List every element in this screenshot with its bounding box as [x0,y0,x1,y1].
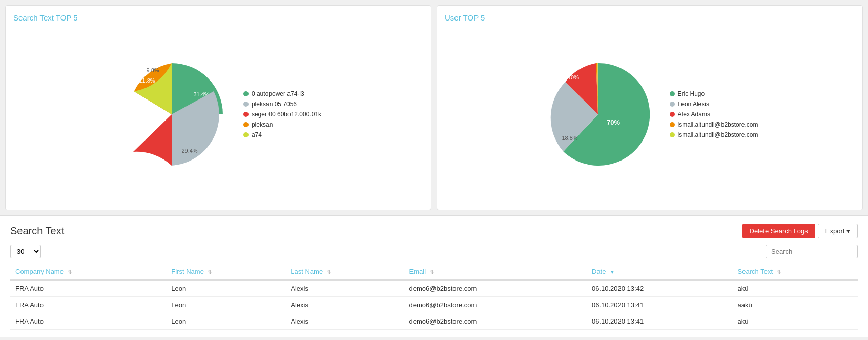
svg-text:10%: 10% [568,74,579,81]
cell-date: 06.10.2020 13:41 [587,297,733,313]
table-row: FRA AutoLeonAlexisdemo6@b2bstore.com06.1… [10,280,858,297]
chart1-legend: 0 autopower a74-l3 pleksan 05 7056 seger… [243,90,321,138]
cell-email: demo6@b2bstore.com [404,313,587,330]
svg-text:9.8%: 9.8% [146,67,159,73]
legend-label: ismail.altundil@b2bstore.com [678,131,758,138]
col-searchtext[interactable]: Search Text ⇅ [733,264,858,280]
legend-item: a74 [243,131,321,138]
cell-lastname: Alexis [285,297,404,313]
cell-company: FRA Auto [10,313,166,330]
charts-section: Search Text TOP 5 31.4% 29.4% 17.6% 11.8… [0,0,868,215]
delete-search-logs-button[interactable]: Delete Search Logs [742,224,815,238]
sort-desc-icon: ▼ [610,269,615,275]
legend-item: seger 00 60bo12.000.01k [243,111,321,118]
export-chevron-icon: ▾ [846,227,850,235]
legend-dot [243,112,249,117]
legend-label: pleksan [252,121,273,128]
table-row: FRA AutoLeonAlexisdemo6@b2bstore.com06.1… [10,297,858,313]
svg-text:17.6%: 17.6% [139,155,155,162]
cell-searchtext: akü [733,313,858,330]
col-date-label: Date [592,268,606,275]
cell-date: 06.10.2020 13:41 [587,313,733,330]
col-firstname-label: First Name [171,268,204,275]
cell-date: 06.10.2020 13:42 [587,280,733,297]
col-email[interactable]: Email ⇅ [404,264,587,280]
export-label: Export [825,227,845,235]
chart2-title: User TOP 5 [445,13,855,22]
col-company[interactable]: Company Name ⇅ [10,264,166,280]
sort-icon: ⇅ [68,269,72,275]
sort-icon: ⇅ [430,269,434,275]
export-button[interactable]: Export ▾ [818,224,858,238]
search-text-table: Company Name ⇅ First Name ⇅ Last Name ⇅ … [10,264,858,330]
legend-dot [670,132,675,137]
svg-text:70%: 70% [607,118,620,126]
legend-dot [243,91,249,96]
table-header-row: Company Name ⇅ First Name ⇅ Last Name ⇅ … [10,264,858,280]
legend-item: ismail.altundil@b2bstore.com [670,131,758,138]
per-page-select[interactable]: 10 20 30 50 100 [10,245,41,258]
col-email-label: Email [409,268,426,275]
cell-email: demo6@b2bstore.com [404,297,587,313]
cell-searchtext: aakü [733,297,858,313]
legend-item: Eric Hugo [670,90,758,97]
cell-lastname: Alexis [285,280,404,297]
col-firstname[interactable]: First Name ⇅ [166,264,285,280]
chart1-area: 31.4% 29.4% 17.6% 11.8% 9.8% 0 autopower… [13,27,423,202]
legend-item: pleksan [243,121,321,128]
legend-label: Leon Alexis [678,101,709,108]
legend-dot [243,122,249,127]
col-searchtext-label: Search Text [738,268,773,275]
bottom-header: Search Text Delete Search Logs Export ▾ [10,224,858,238]
legend-label: ismail.altundil@b2bstore.com [678,121,758,128]
col-lastname[interactable]: Last Name ⇅ [285,264,404,280]
legend-label: Alex Adams [678,111,710,118]
legend-label: 0 autopower a74-l3 [252,90,304,97]
chart2-svg: 70% 18.8% 10% [542,58,654,171]
col-lastname-label: Last Name [291,268,323,275]
legend-item: Leon Alexis [670,101,758,108]
legend-label: Eric Hugo [678,90,705,97]
search-input[interactable] [766,245,858,258]
cell-firstname: Leon [166,280,285,297]
svg-text:18.8%: 18.8% [562,135,577,141]
legend-item: Alex Adams [670,111,758,118]
legend-item: 0 autopower a74-l3 [243,90,321,97]
legend-dot [670,122,675,127]
legend-dot [670,112,675,117]
sort-icon: ⇅ [777,269,781,275]
legend-dot [670,102,675,107]
col-company-label: Company Name [15,268,64,275]
chart2-legend: Eric Hugo Leon Alexis Alex Adams ismail.… [670,90,758,138]
legend-item: ismail.altundil@b2bstore.com [670,121,758,128]
section-title: Search Text [10,225,64,237]
search-text-section: Search Text Delete Search Logs Export ▾ … [0,215,868,337]
table-controls: 10 20 30 50 100 [10,245,858,258]
legend-dot [670,91,675,96]
col-date[interactable]: Date ▼ [587,264,733,280]
chart1-svg: 31.4% 29.4% 17.6% 11.8% 9.8% [115,58,228,171]
table-row: FRA AutoLeonAlexisdemo6@b2bstore.com06.1… [10,313,858,330]
legend-dot [243,102,249,107]
search-text-chart-card: Search Text TOP 5 31.4% 29.4% 17.6% 11.8… [5,5,431,210]
user-chart-card: User TOP 5 70% 18.8% 10% Eric [437,5,863,210]
cell-searchtext: akü [733,280,858,297]
legend-dot [243,132,249,137]
legend-label: pleksan 05 7056 [252,101,297,108]
chart2-area: 70% 18.8% 10% Eric Hugo Leon [445,27,855,202]
cell-firstname: Leon [166,297,285,313]
sort-icon: ⇅ [327,269,331,275]
cell-company: FRA Auto [10,297,166,313]
cell-firstname: Leon [166,313,285,330]
header-actions: Delete Search Logs Export ▾ [742,224,858,238]
cell-company: FRA Auto [10,280,166,297]
legend-label: seger 00 60bo12.000.01k [252,111,321,118]
cell-lastname: Alexis [285,313,404,330]
svg-text:11.8%: 11.8% [139,77,155,84]
chart1-title: Search Text TOP 5 [13,13,423,22]
table-body: FRA AutoLeonAlexisdemo6@b2bstore.com06.1… [10,280,858,330]
svg-text:29.4%: 29.4% [181,148,197,154]
cell-email: demo6@b2bstore.com [404,280,587,297]
legend-label: a74 [252,131,262,138]
sort-icon: ⇅ [208,269,212,275]
